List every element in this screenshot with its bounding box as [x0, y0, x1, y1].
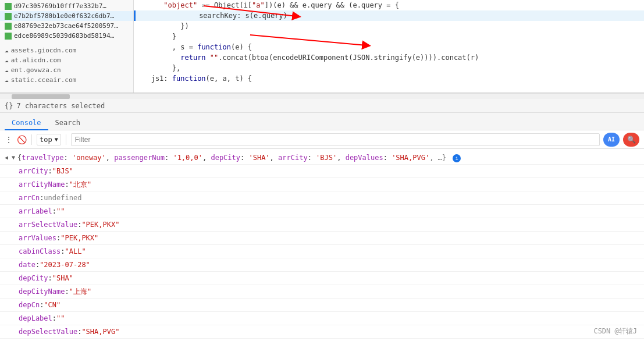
prop-row-depLabel: depLabel: ""	[0, 312, 644, 325]
prop-value: "2023-07-28"	[40, 260, 90, 270]
ai-button[interactable]: AI	[603, 133, 620, 147]
prop-name: arrCity	[19, 166, 48, 176]
watermark: CSDN @轩辕J	[593, 326, 637, 336]
code-text-8: js1: function(e, a, t) {	[138, 73, 639, 84]
code-text-7: },	[138, 63, 639, 73]
toolbar-divider-2	[66, 134, 66, 145]
level-label: top	[40, 136, 52, 144]
prop-value: "PEK,PKX"	[81, 219, 119, 230]
prop-value: "PEK,PKX"	[61, 233, 98, 243]
prop-row-depCity: depCity: "SHA"	[0, 272, 644, 285]
code-line-6: return "".concat(btoa(encodeURIComponent…	[134, 52, 644, 63]
prop-row-arrValues: arrValues: "PEK,PKX"	[0, 232, 644, 245]
prop-row-depCn: depCn: "CN"	[0, 299, 644, 312]
prop-row-arrCn: arrCn: undefined	[0, 191, 644, 205]
search-button[interactable]: 🔍	[623, 133, 639, 147]
filter-input[interactable]	[71, 133, 600, 146]
info-icon[interactable]: i	[453, 154, 461, 162]
tab-console[interactable]: Console	[5, 116, 48, 130]
file-list-panel: d97c305769b10fff7e332b7… e7b2bf5780b1e0e…	[0, 0, 134, 93]
selection-icon: {}	[5, 102, 13, 110]
object-preview: {travelType: 'oneway', passengerNum: '1,…	[17, 152, 461, 163]
prop-name: depCityName	[19, 286, 65, 297]
code-text-2: searchKey: s(e.query)	[140, 10, 639, 21]
prop-row-arrLabel: arrLabel: ""	[0, 205, 644, 218]
prop-value: "ALL"	[65, 246, 86, 257]
prop-row-arrSelectValue: arrSelectValue: "PEK,PKX"	[0, 218, 644, 232]
file-item-4[interactable]: edce86989c5039d683bd58194…	[0, 31, 133, 41]
code-line-7: },	[134, 63, 644, 73]
code-line-3: })	[134, 21, 644, 31]
file-icon	[5, 3, 12, 10]
level-selector[interactable]: top ▼	[37, 134, 61, 145]
prop-row-date: date: "2023-07-28"	[0, 258, 644, 272]
toolbar-divider	[31, 134, 32, 145]
code-text-1: "object" == Object(i["a"])(e) && e.query…	[138, 0, 639, 10]
clear-console-button[interactable]: 🚫	[16, 134, 27, 145]
prop-name: arrValues	[19, 233, 56, 243]
chevron-down-icon: ▼	[55, 136, 58, 143]
network-item-3[interactable]: ☁ ent.govwza.cn	[0, 65, 133, 75]
code-line-1: "object" == Object(i["a"])(e) && e.query…	[134, 0, 644, 10]
prop-row-cabinClass: cabinClass: "ALL"	[0, 245, 644, 258]
prop-value: "北京"	[69, 179, 91, 190]
file-name-3: e88769e32eb73cae64f5200597…	[14, 22, 118, 30]
file-item-3[interactable]: e88769e32eb73cae64f5200597…	[0, 21, 133, 31]
file-icon-3	[5, 23, 12, 30]
expand-arrow[interactable]: ◀ ▼	[5, 152, 15, 163]
network-item-4[interactable]: ☁ static.cceair.com	[0, 75, 133, 85]
prop-value: "SHA"	[52, 273, 73, 283]
tab-search[interactable]: Search	[48, 116, 87, 130]
prop-name: depCn	[19, 300, 40, 310]
prop-name: depSelectValue	[19, 326, 77, 337]
prop-value: "BJS"	[52, 166, 73, 176]
top-section: d97c305769b10fff7e332b7… e7b2bf5780b1e0e…	[0, 0, 644, 93]
network-item-1[interactable]: ☁ assets.giocdn.com	[0, 45, 133, 55]
dots-menu-icon[interactable]: ⋮	[5, 135, 13, 144]
prop-name: arrSelectValue	[19, 219, 77, 230]
prop-value: "上海"	[69, 286, 91, 297]
prop-row-depSelectValue: depSelectValue: "SHA,PVG"	[0, 325, 644, 339]
network-item-2[interactable]: ☁ at.alicdn.com	[0, 55, 133, 65]
file-name-4: edce86989c5039d683bd58194…	[14, 32, 114, 40]
console-main-object[interactable]: ◀ ▼ {travelType: 'oneway', passengerNum:…	[0, 151, 644, 165]
prop-row-arrCityName: arrCityName: "北京"	[0, 178, 644, 191]
file-name-1: d97c305769b10fff7e332b7…	[14, 2, 106, 10]
prop-row-arrCity: arrCity: "BJS"	[0, 165, 644, 178]
cloud-icon-1: ☁	[5, 47, 9, 54]
prop-row-depValues: depValues: "SHA,PVG"	[0, 339, 644, 341]
code-text-3: })	[138, 21, 639, 31]
network-label-3: ent.govwza.cn	[11, 66, 61, 74]
code-line-5: , s = function(e) {	[134, 42, 644, 52]
prop-value: "SHA,PVG"	[81, 326, 119, 337]
console-tabs: Console Search	[0, 113, 644, 130]
cloud-icon-3: ☁	[5, 66, 9, 74]
prop-name: depLabel	[19, 313, 52, 324]
prop-name: depCity	[19, 273, 48, 283]
cloud-icon-4: ☁	[5, 76, 9, 84]
network-label-4: static.cceair.com	[11, 76, 77, 84]
selection-bar: {} 7 characters selected	[0, 99, 644, 113]
prop-name: date	[19, 260, 35, 270]
prop-value: "CN"	[44, 300, 61, 310]
console-toolbar: ⋮ 🚫 top ▼ AI 🔍	[0, 130, 644, 149]
code-text-6: return "".concat(btoa(encodeURIComponent…	[138, 52, 639, 63]
prop-name: arrCn	[19, 193, 40, 203]
prop-name: arrLabel	[19, 206, 52, 216]
code-scrollbar[interactable]	[0, 93, 644, 99]
scrollbar-thumb[interactable]	[12, 94, 70, 99]
prop-name: arrCityName	[19, 179, 65, 190]
prop-value: ""	[56, 313, 65, 324]
code-text-5: , s = function(e) {	[138, 42, 639, 52]
code-line-4: }	[134, 31, 644, 42]
prop-name: cabinClass	[19, 246, 61, 257]
prop-value: undefined	[44, 193, 81, 203]
prop-row-depCityName: depCityName: "上海"	[0, 285, 644, 299]
file-item-2[interactable]: e7b2bf5780b1e0e0f632c6db7…	[0, 11, 133, 21]
prop-value: ""	[56, 206, 65, 216]
file-icon-2	[5, 13, 12, 20]
file-item-1[interactable]: d97c305769b10fff7e332b7…	[0, 1, 133, 11]
cloud-icon-2: ☁	[5, 56, 9, 64]
code-area: "object" == Object(i["a"])(e) && e.query…	[134, 0, 644, 93]
file-icon-4	[5, 33, 12, 40]
